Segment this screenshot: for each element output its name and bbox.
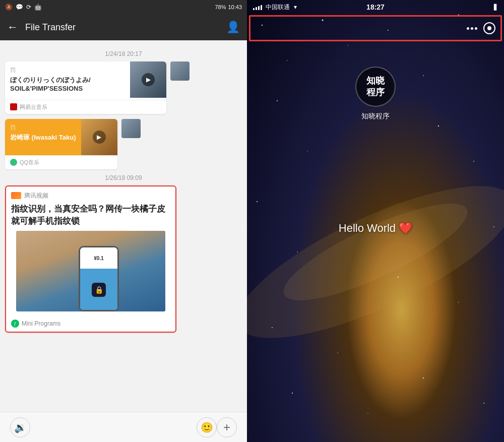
mini-programs-label: Mini Programs (22, 320, 60, 327)
svg-point-21 (367, 413, 368, 413)
phone-app-icon: 🔒 (92, 283, 106, 297)
avatar-2 (121, 119, 141, 138)
emoji-icon: 🙂 (201, 421, 213, 433)
battery-text: 78% (215, 4, 226, 10)
page-title: File Transfer (25, 22, 226, 33)
ios-status-bar: 中国联通 ▾ 18:27 ▋ (247, 0, 504, 14)
svg-point-16 (458, 302, 459, 302)
dot-1 (467, 27, 469, 30)
article-title: 指纹识别，当真安全吗？网传一块橘子皮就可解手机指纹锁 (6, 203, 175, 231)
music-footer-1: 网易云音乐 (5, 100, 166, 114)
signal-bar-4 (261, 5, 262, 10)
svg-point-10 (438, 125, 439, 127)
play-button-2[interactable]: ▶ (93, 131, 106, 144)
status-bar-left-icons: 🔕 💬 ⟳ 🤖 (5, 4, 42, 11)
signal-bar-1 (253, 8, 255, 10)
add-button[interactable]: + (217, 417, 237, 437)
time-android: 10:43 (228, 4, 242, 10)
music-footer-2: QQ音乐 (5, 155, 117, 169)
article-source: 腾讯视频 (24, 192, 48, 200)
svg-point-18 (337, 352, 338, 353)
music-label-1: 罚 (10, 67, 125, 74)
svg-point-19 (423, 377, 424, 378)
phone-screen-bottom: 🔒 (80, 270, 117, 310)
svg-point-22 (292, 393, 293, 394)
date-label-1: 1/24/18 20:17 (5, 50, 242, 57)
article-image: ¥0.1 🔒 (16, 231, 165, 311)
message-row-3: 腾讯视频 指纹识别，当真安全吗？网传一块橘子皮就可解手机指纹锁 ¥0.1 🔒 (5, 185, 242, 333)
back-button[interactable]: ← (7, 21, 18, 34)
music-title-2: 岩崎琢 (Iwasaki Taku) (10, 134, 76, 142)
wyy-icon-1 (10, 103, 17, 110)
profile-icon[interactable]: 👤 (226, 21, 240, 34)
music-source-1: 网易云音乐 (20, 103, 47, 111)
wifi-icon-ios: ▾ (294, 4, 297, 11)
qq-icon-2 (10, 159, 17, 166)
right-panel: 中国联通 ▾ 18:27 ▋ 知晓程序 知晓程序 Hello World ❤️ (247, 0, 504, 442)
more-options-dots[interactable] (467, 27, 477, 30)
music-label-2: 罚 (10, 124, 76, 132)
phone-screen-top: ¥0.1 (80, 247, 117, 269)
emoji-button[interactable]: 🙂 (197, 417, 217, 437)
left-panel: 🔕 💬 ⟳ 🤖 78% 10:43 ← File Transfer 👤 1/24… (0, 0, 247, 442)
bottom-bar: 🔉 🙂 + (0, 412, 247, 442)
svg-point-3 (347, 45, 348, 45)
avatar-1 (170, 61, 190, 81)
svg-point-11 (473, 161, 474, 162)
music-card-2[interactable]: 罚 岩崎琢 (Iwasaki Taku) ▶ QQ音乐 (5, 119, 117, 169)
tencent-icon (11, 192, 21, 199)
app-logo-container: 知晓程序 知晓程序 (247, 67, 504, 121)
svg-point-20 (483, 403, 484, 404)
dot-3 (475, 27, 477, 30)
music-card-1[interactable]: 罚 ぼくのりりっくのぼうよみ/ SOIL&'PIMP'SESSIONS ▶ 网易… (5, 61, 166, 114)
music-thumb-2: ▶ (81, 119, 117, 155)
battery-ios: ▋ (494, 4, 498, 11)
notification-mute-icon: 🔕 (5, 4, 13, 11)
record-button[interactable] (483, 22, 495, 34)
signal-bar-2 (256, 7, 257, 10)
article-footer: ƒ Mini Programs (6, 315, 175, 332)
carrier-name: 中国联通 (266, 3, 290, 12)
app-logo-text: 知晓程序 (366, 75, 385, 99)
music-source-2: QQ音乐 (20, 159, 39, 166)
date-label-2: 1/26/18 09:09 (5, 174, 242, 181)
dot-2 (471, 27, 473, 30)
time-ios: 18:27 (366, 3, 385, 11)
status-bar-right-icons: 78% 10:43 (215, 4, 242, 10)
chat-content: 1/24/18 20:17 罚 ぼくのりりっくのぼうよみ/ SOIL&'PIMP… (0, 40, 247, 412)
hello-world-text: Hello World ❤️ (247, 222, 504, 235)
app-logo-circle: 知晓程序 (355, 67, 396, 107)
svg-point-9 (307, 151, 307, 151)
message-row-2: 罚 岩崎琢 (Iwasaki Taku) ▶ QQ音乐 (5, 119, 242, 169)
signal-bar-3 (258, 6, 260, 10)
article-header: 腾讯视频 (6, 186, 175, 203)
ios-topbar (249, 15, 502, 41)
voice-button[interactable]: 🔉 (10, 417, 30, 437)
phone-in-image: ¥0.1 🔒 (79, 246, 119, 311)
android-status-bar: 🔕 💬 ⟳ 🤖 78% 10:43 (0, 0, 247, 14)
play-button-1[interactable]: ▶ (142, 73, 155, 86)
mini-programs-icon: ƒ (11, 320, 19, 328)
ios-status-right: ▋ (494, 4, 498, 11)
rotate-icon: ⟳ (26, 4, 31, 11)
svg-point-14 (297, 251, 298, 252)
svg-point-1 (287, 60, 288, 61)
app-name: 知晓程序 (361, 112, 390, 121)
message-row-1: 罚 ぼくのりりっくのぼうよみ/ SOIL&'PIMP'SESSIONS ▶ 网易… (5, 61, 242, 114)
music-thumb-1: ▶ (130, 61, 166, 98)
wechat-icon: 💬 (16, 4, 23, 11)
music-title-1: ぼくのりりっくのぼうよみ/ SOIL&'PIMP'SESSIONS (10, 76, 125, 93)
article-card[interactable]: 腾讯视频 指纹识别，当真安全吗？网传一块橘子皮就可解手机指纹锁 ¥0.1 🔒 (5, 185, 176, 333)
android-icon: 🤖 (34, 4, 42, 11)
voice-icon: 🔉 (14, 421, 27, 433)
plus-icon: + (223, 420, 230, 434)
record-icon (487, 26, 491, 30)
chat-header: ← File Transfer 👤 (0, 14, 247, 40)
svg-point-12 (257, 201, 258, 202)
signal-bars (253, 4, 262, 10)
